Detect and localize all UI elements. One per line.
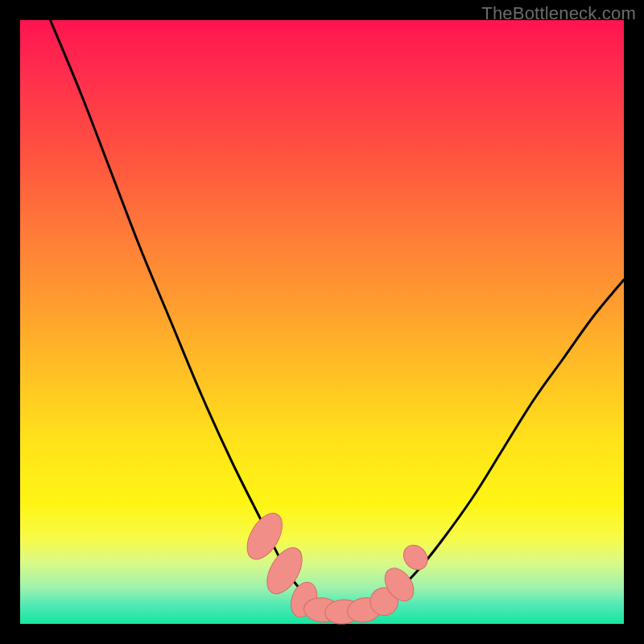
curve-left-curve <box>51 20 341 613</box>
marker-8 <box>398 540 432 575</box>
chart-svg <box>20 20 624 624</box>
watermark-text: TheBottleneck.com <box>481 3 636 24</box>
chart-markers <box>240 507 432 625</box>
curve-right-curve <box>341 280 625 613</box>
chart-frame: TheBottleneck.com <box>0 0 644 644</box>
chart-curves <box>51 20 625 613</box>
chart-plot-area <box>20 20 624 624</box>
